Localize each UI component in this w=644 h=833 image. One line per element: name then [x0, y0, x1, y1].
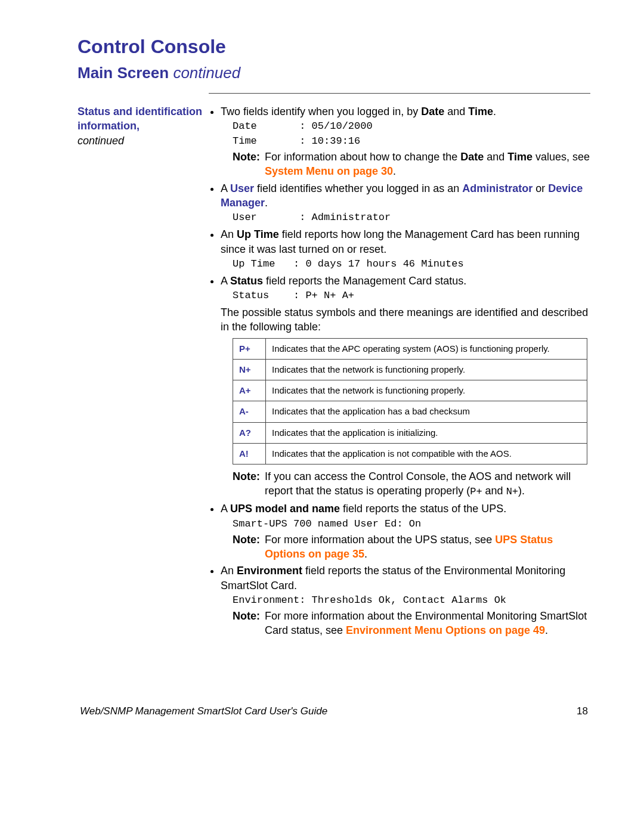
- note-label: Note:: [233, 532, 265, 562]
- status-description: The possible status symbols and there me…: [221, 305, 590, 335]
- section-heading-cont: continued: [173, 64, 240, 82]
- list-item: A Status field reports the Management Ca…: [221, 274, 590, 500]
- code-env: Environment: Thresholds Ok, Contact Alar…: [233, 594, 590, 608]
- note-label: Note:: [233, 469, 265, 499]
- link-env-menu[interactable]: Environment Menu Options on page 49: [346, 624, 545, 636]
- divider: [209, 93, 590, 94]
- code-date: Date : 05/10/2000: [233, 120, 590, 134]
- table-row: A-Indicates that the application has a b…: [233, 401, 587, 422]
- list-item: A User field identifies whether you logg…: [221, 181, 590, 225]
- list-item: A UPS model and name field reports the s…: [221, 501, 590, 561]
- code-status: Status : P+ N+ A+: [233, 289, 590, 303]
- code-user: User : Administrator: [233, 211, 590, 225]
- code-uptime: Up Time : 0 days 17 hours 46 Minutes: [233, 258, 590, 271]
- footer-title: Web/SNMP Management SmartSlot Card User'…: [80, 705, 327, 717]
- note-body: For information about how to change the …: [265, 150, 590, 179]
- table-row: A!Indicates that the application is not …: [233, 443, 587, 464]
- table-row: P+Indicates that the APC operating syste…: [233, 338, 587, 359]
- table-row: N+Indicates that the network is function…: [233, 359, 587, 380]
- section-heading: Main Screen continued: [78, 64, 590, 82]
- status-table: P+Indicates that the APC operating syste…: [233, 338, 587, 465]
- page-number: 18: [577, 705, 588, 717]
- note-body: For more information about the UPS statu…: [265, 532, 590, 562]
- list-item: An Up Time field reports how long the Ma…: [221, 227, 590, 271]
- note-label: Note:: [233, 150, 265, 179]
- note-body: If you can access the Control Console, t…: [265, 469, 590, 499]
- note-body: For more information about the Environme…: [265, 609, 590, 638]
- code-time: Time : 10:39:16: [233, 135, 590, 148]
- note-label: Note:: [233, 609, 265, 638]
- list-item: An Environment field reports the status …: [221, 563, 590, 637]
- section-heading-main: Main Screen: [78, 64, 169, 82]
- link-system-menu[interactable]: System Menu on page 30: [265, 165, 393, 177]
- page-title: Control Console: [78, 36, 590, 58]
- list-item: Two fields identify when you logged in, …: [221, 104, 590, 179]
- code-ups: Smart-UPS 700 named User Ed: On: [233, 518, 590, 531]
- sidebar-continued: continued: [78, 134, 209, 148]
- sidebar-heading: Status and identification information,: [78, 104, 209, 134]
- table-row: A+Indicates that the network is function…: [233, 380, 587, 401]
- table-row: A?Indicates that the application is init…: [233, 422, 587, 443]
